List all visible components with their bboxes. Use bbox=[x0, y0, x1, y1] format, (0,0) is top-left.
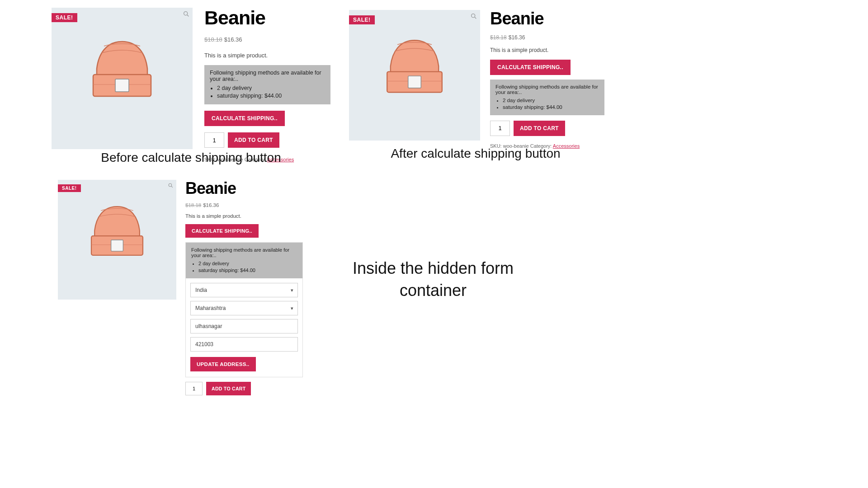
product-title: Beanie bbox=[204, 8, 330, 28]
sale-badge: SALE! bbox=[52, 13, 77, 22]
calculate-shipping-button[interactable]: CALCULATE SHIPPING.. bbox=[185, 224, 259, 238]
quantity-input[interactable] bbox=[204, 132, 224, 148]
product-description: This is a simple product. bbox=[204, 52, 330, 59]
product-description: This is a simple product. bbox=[490, 47, 604, 53]
shipping-methods-box: Following shipping methods are available… bbox=[186, 243, 302, 278]
shipping-method-item: saturday shipping: $44.00 bbox=[503, 104, 599, 110]
add-to-cart-button[interactable]: ADD TO CART bbox=[514, 121, 565, 136]
update-address-button[interactable]: UPDATE ADDRESS.. bbox=[190, 357, 256, 371]
add-to-cart-button[interactable]: ADD TO CART bbox=[228, 132, 279, 148]
shipping-method-item: 2 day delivery bbox=[217, 85, 325, 91]
product-description: This is a simple product. bbox=[185, 213, 303, 219]
old-price: $18.18 bbox=[490, 34, 507, 41]
price: $16.36 bbox=[224, 36, 242, 43]
state-select[interactable] bbox=[190, 301, 298, 315]
quantity-input[interactable] bbox=[185, 382, 203, 395]
shipping-methods-box: Following shipping methods are available… bbox=[490, 80, 604, 115]
shipping-method-item: 2 day delivery bbox=[503, 98, 599, 103]
product-image bbox=[349, 10, 480, 141]
price: $16.36 bbox=[509, 34, 525, 41]
product-image bbox=[52, 8, 193, 149]
old-price: $18.18 bbox=[204, 36, 222, 43]
country-select[interactable] bbox=[190, 283, 298, 297]
shipping-method-item: saturday shipping: $44.00 bbox=[198, 267, 297, 273]
shipping-method-item: saturday shipping: $44.00 bbox=[217, 93, 325, 99]
product-title: Beanie bbox=[185, 180, 303, 197]
shipping-methods-heading: Following shipping methods are available… bbox=[495, 84, 599, 95]
sale-badge: SALE! bbox=[58, 184, 81, 192]
calculate-shipping-button[interactable]: CALCULATE SHIPPING.. bbox=[490, 60, 571, 75]
product-image bbox=[58, 180, 176, 300]
caption-after: After calculate shipping button bbox=[349, 146, 602, 161]
caption-before: Before calculate shipping button bbox=[52, 150, 330, 165]
shipping-method-item: 2 day delivery bbox=[198, 261, 297, 266]
shipping-form-container: Following shipping methods are available… bbox=[185, 242, 303, 377]
old-price: $18.18 bbox=[185, 202, 201, 208]
shipping-methods-heading: Following shipping methods are available… bbox=[191, 247, 297, 258]
price: $16.36 bbox=[203, 202, 219, 208]
add-to-cart-button[interactable]: ADD TO CART bbox=[206, 382, 251, 395]
shipping-methods-box: Following shipping methods are available… bbox=[204, 65, 330, 104]
zoom-icon[interactable] bbox=[183, 10, 190, 18]
calculate-shipping-button[interactable]: CALCULATE SHIPPING.. bbox=[204, 111, 285, 126]
quantity-input[interactable] bbox=[490, 121, 510, 136]
zoom-icon[interactable] bbox=[168, 183, 174, 188]
product-title: Beanie bbox=[490, 10, 604, 28]
zip-input[interactable] bbox=[190, 337, 298, 352]
shipping-methods-heading: Following shipping methods are available… bbox=[210, 70, 325, 82]
city-input[interactable] bbox=[190, 319, 298, 333]
sale-badge: SALE! bbox=[349, 15, 375, 24]
caption-inside: Inside the hidden form container bbox=[320, 258, 546, 301]
zoom-icon[interactable] bbox=[470, 13, 477, 20]
